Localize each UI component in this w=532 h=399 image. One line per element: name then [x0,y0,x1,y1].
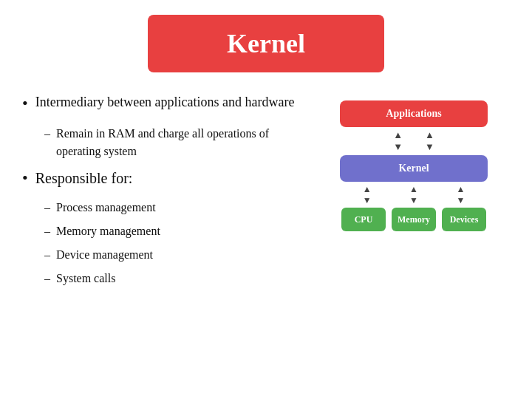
arrow-down-mem: ▼ [409,195,418,206]
bullet-1: • Intermediary between applications and … [22,93,303,115]
arrow-left-pair: ▲ ▼ [393,129,403,153]
sub-bullet-device: – Device management [44,246,303,264]
applications-box: Applications [340,100,488,127]
diagram: Applications ▲ ▼ ▲ ▼ [318,100,510,231]
applications-label: Applications [386,108,441,120]
sub-text-system: System calls [56,270,115,287]
arrow-up-cpu: ▲ [363,184,372,195]
content-area: • Intermediary between applications and … [22,93,510,293]
cpu-label: CPU [355,214,373,225]
sub-text-memory: Memory management [56,222,160,240]
arrow-up-icon-2: ▲ [425,129,434,141]
bottom-boxes-row: CPU Memory Devices [341,208,486,231]
arrow-down-cpu: ▼ [363,195,372,206]
arrow-down-dev: ▼ [456,195,465,206]
devices-box: Devices [442,208,486,231]
slide: Kernel • Intermediary between applicatio… [0,0,532,399]
bullet-dot-1: • [22,93,28,115]
arrow-col-devices: ▲ ▼ [456,184,465,206]
sub-dash-process: – [44,199,50,216]
kernel-label: Kernel [398,163,429,174]
slide-title: Kernel [227,29,305,58]
devices-label: Devices [450,214,479,225]
arrow-right-pair: ▲ ▼ [425,129,434,153]
sub-dash-system: – [44,270,50,287]
arrow-up-icon: ▲ [393,129,403,141]
bullet-2-text: Responsible for: [35,168,133,188]
diagram-wrapper: Applications ▲ ▼ ▲ ▼ [340,100,488,231]
sub-text-device: Device management [56,246,153,264]
memory-box: Memory [392,208,436,231]
title-container: Kernel [148,15,384,72]
arrow-down-icon: ▼ [393,141,403,153]
sub-bullet-memory: – Memory management [44,222,303,240]
left-content: • Intermediary between applications and … [22,93,303,293]
sub-bullet-process: – Process management [44,199,303,216]
arrow-down-icon-2: ▼ [425,141,434,153]
arrow-col-memory: ▲ ▼ [409,184,418,206]
bullet-1-text: Intermediary between applications and ha… [35,93,295,112]
kernel-box: Kernel [340,155,488,182]
sub-bullet-1-text: Remain in RAM and charge all operations … [56,125,303,160]
sub-dash-device: – [44,246,50,264]
sub-dash-1: – [44,125,50,143]
arrow-col-cpu: ▲ ▼ [363,184,372,206]
sub-bullets-responsible: – Process management – Memory management… [22,199,303,287]
sub-text-process: Process management [56,199,156,216]
cpu-box: CPU [341,208,386,231]
kernel-to-bottom-arrows: ▲ ▼ ▲ ▼ ▲ ▼ [344,184,484,206]
arrow-up-dev: ▲ [456,184,465,195]
sub-dash-memory: – [44,222,50,240]
bullet-2: • Responsible for: [22,168,303,189]
arrow-up-mem: ▲ [409,184,418,195]
arrow-app-kernel: ▲ ▼ ▲ ▼ [393,129,434,153]
sub-bullet-1: – Remain in RAM and charge all operation… [44,125,303,160]
bullet-dot-2: • [22,168,28,189]
sub-bullet-system: – System calls [44,270,303,287]
memory-label: Memory [398,214,430,225]
double-arrow: ▲ ▼ ▲ ▼ [393,129,434,153]
